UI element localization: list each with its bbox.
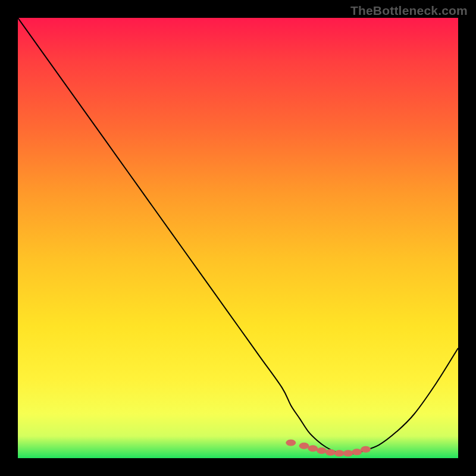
marker-dot xyxy=(343,450,353,456)
plot-area xyxy=(18,18,458,458)
marker-dot xyxy=(308,446,318,452)
chart-root: TheBottleneck.com xyxy=(0,0,476,476)
marker-dot xyxy=(325,449,335,455)
curve-svg xyxy=(18,18,458,458)
watermark-text: TheBottleneck.com xyxy=(350,4,468,18)
marker-dot xyxy=(334,450,344,456)
bottleneck-curve xyxy=(18,18,458,454)
marker-dot xyxy=(299,443,309,449)
marker-dot xyxy=(361,446,371,452)
marker-dot xyxy=(352,449,362,455)
marker-dot xyxy=(286,440,296,446)
marker-dot xyxy=(317,447,327,453)
